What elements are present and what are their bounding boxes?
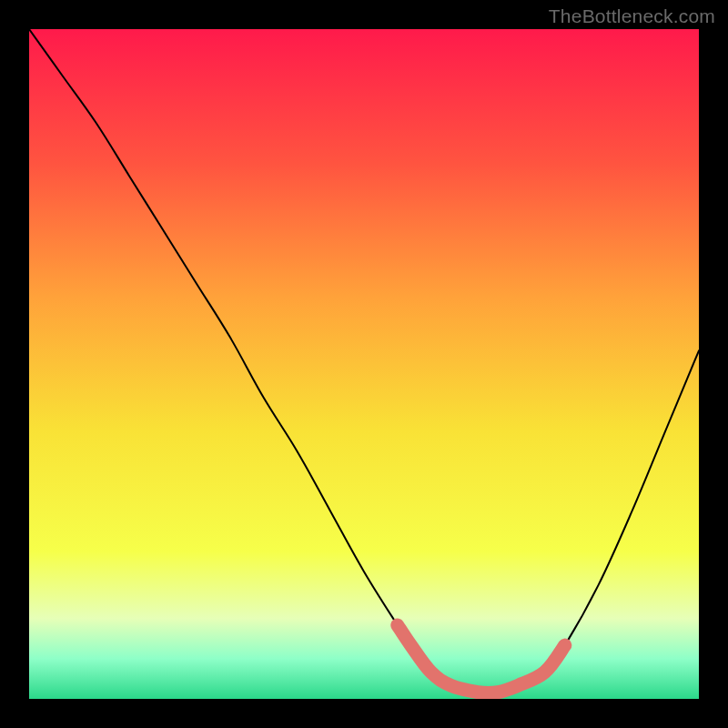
- plot-area: [29, 29, 699, 699]
- chart-svg: [29, 29, 699, 699]
- watermark-text: TheBottleneck.com: [549, 5, 715, 27]
- gradient-background: [29, 29, 699, 699]
- chart-frame: TheBottleneck.com: [0, 0, 728, 728]
